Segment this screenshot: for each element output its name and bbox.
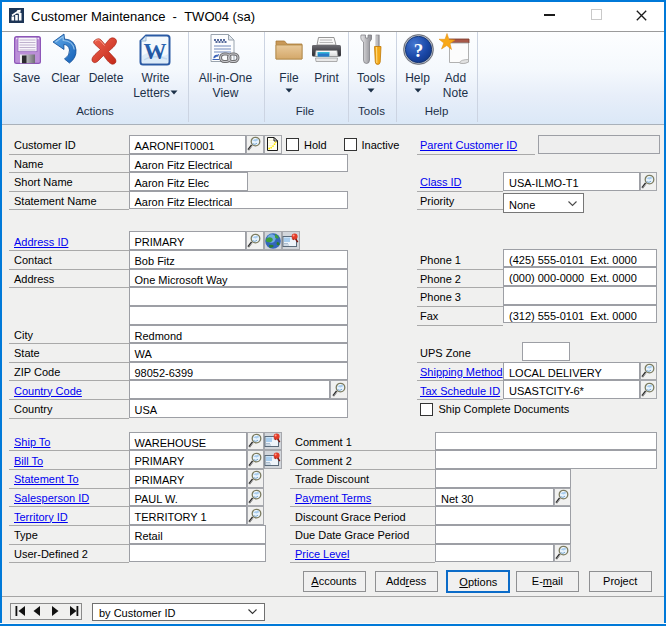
svg-text:?: ?: [414, 40, 424, 61]
svg-text:W: W: [144, 39, 167, 64]
